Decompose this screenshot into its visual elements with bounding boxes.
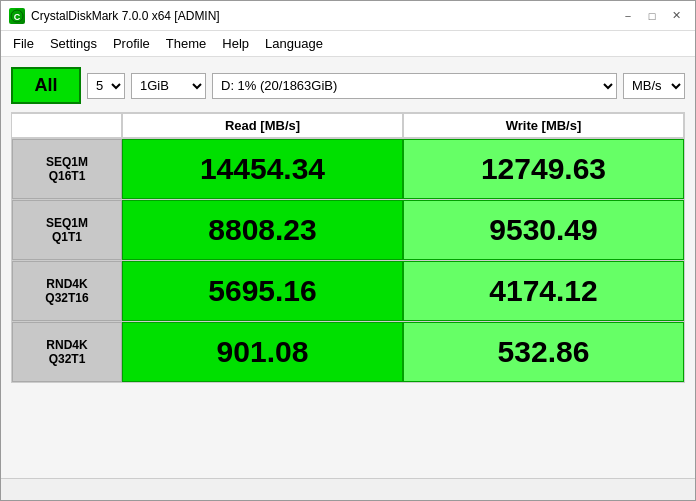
row-seq1m-q16t1-write: 12749.63 [403, 139, 684, 199]
table-row: SEQ1M Q16T1 14454.34 12749.63 [12, 138, 684, 199]
drive-select[interactable]: D: 1% (20/1863GiB) [212, 73, 617, 99]
benchmark-table: Read [MB/s] Write [MB/s] SEQ1M Q16T1 144… [11, 112, 685, 383]
minimize-button[interactable]: − [617, 6, 639, 26]
main-content: All 1 3 5 9 512MiB 1GiB 2GiB 4GiB D: 1% … [1, 57, 695, 478]
all-button[interactable]: All [11, 67, 81, 104]
row-seq1m-q1t1-write: 9530.49 [403, 200, 684, 260]
toolbar: All 1 3 5 9 512MiB 1GiB 2GiB 4GiB D: 1% … [11, 67, 685, 104]
row-seq1m-q1t1-read: 8808.23 [122, 200, 403, 260]
menu-language[interactable]: Language [257, 34, 331, 53]
close-button[interactable]: ✕ [665, 6, 687, 26]
row-seq1m-q16t1-read: 14454.34 [122, 139, 403, 199]
svg-text:C: C [14, 12, 21, 22]
count-select[interactable]: 1 3 5 9 [87, 73, 125, 99]
menu-settings[interactable]: Settings [42, 34, 105, 53]
table-header: Read [MB/s] Write [MB/s] [12, 113, 684, 138]
table-row: RND4K Q32T16 5695.16 4174.12 [12, 260, 684, 321]
menu-profile[interactable]: Profile [105, 34, 158, 53]
col-header-label [12, 113, 122, 138]
menu-bar: File Settings Profile Theme Help Languag… [1, 31, 695, 57]
window-controls: − □ ✕ [617, 6, 687, 26]
app-icon: C [9, 8, 25, 24]
title-left: C CrystalDiskMark 7.0.0 x64 [ADMIN] [9, 8, 220, 24]
row-label-seq1m-q1t1: SEQ1M Q1T1 [12, 200, 122, 260]
col-header-write: Write [MB/s] [403, 113, 684, 138]
row-rnd4k-q32t16-write: 4174.12 [403, 261, 684, 321]
menu-help[interactable]: Help [214, 34, 257, 53]
row-label-seq1m-q16t1: SEQ1M Q16T1 [12, 139, 122, 199]
size-select[interactable]: 512MiB 1GiB 2GiB 4GiB [131, 73, 206, 99]
row-label-rnd4k-q32t1: RND4K Q32T1 [12, 322, 122, 382]
title-bar: C CrystalDiskMark 7.0.0 x64 [ADMIN] − □ … [1, 1, 695, 31]
status-bar [1, 478, 695, 500]
row-rnd4k-q32t16-read: 5695.16 [122, 261, 403, 321]
maximize-button[interactable]: □ [641, 6, 663, 26]
row-label-rnd4k-q32t16: RND4K Q32T16 [12, 261, 122, 321]
main-window: C CrystalDiskMark 7.0.0 x64 [ADMIN] − □ … [0, 0, 696, 501]
unit-select[interactable]: MB/s GB/s IOPS µs [623, 73, 685, 99]
row-rnd4k-q32t1-read: 901.08 [122, 322, 403, 382]
table-row: SEQ1M Q1T1 8808.23 9530.49 [12, 199, 684, 260]
window-title: CrystalDiskMark 7.0.0 x64 [ADMIN] [31, 9, 220, 23]
menu-theme[interactable]: Theme [158, 34, 214, 53]
menu-file[interactable]: File [5, 34, 42, 53]
col-header-read: Read [MB/s] [122, 113, 403, 138]
row-rnd4k-q32t1-write: 532.86 [403, 322, 684, 382]
table-row: RND4K Q32T1 901.08 532.86 [12, 321, 684, 382]
